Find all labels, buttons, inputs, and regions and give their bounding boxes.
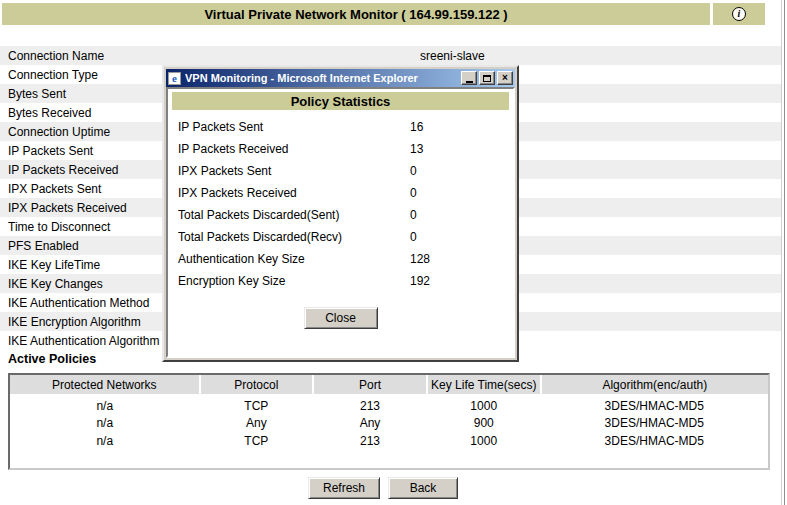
minimize-button[interactable] [461,71,477,85]
info-icon[interactable]: i [732,7,746,21]
table-column-header: Protocol [200,375,314,394]
stat-row: Total Packets Discarded(Recv)0 [168,226,513,248]
table-cell: 3DES/HMAC-MD5 [541,394,768,414]
table-cell: n/a [10,432,200,450]
table-cell: Any [200,414,314,432]
table-column-header: Algorithm(enc/auth) [541,375,768,394]
stat-label: Total Packets Discarded(Sent) [168,208,410,222]
close-button[interactable]: Close [304,307,378,329]
active-policies-table: Protected NetworksProtocolPortKey Life T… [10,375,768,450]
refresh-button[interactable]: Refresh [308,477,380,499]
maximize-icon [483,75,491,82]
maximize-button[interactable] [479,71,495,85]
table-cell: n/a [10,414,200,432]
table-cell: 213 [313,432,427,450]
ie-logo-icon: e [168,72,181,85]
connection-field-value: sreeni-slave [420,49,485,63]
stat-value: 16 [410,120,423,134]
stat-row: Authentication Key Size128 [168,248,513,270]
table-cell: TCP [200,394,314,414]
info-cell: i [713,3,765,25]
stat-value: 0 [410,164,417,178]
vpn-monitoring-dialog: e VPN Monitoring - Microsoft Internet Ex… [162,65,519,362]
table-cell: n/a [10,394,200,414]
table-cell: Any [313,414,427,432]
stat-label: IP Packets Sent [168,120,410,134]
stat-value: 0 [410,186,417,200]
stat-value: 192 [410,274,430,288]
table-cell: 1000 [427,394,541,414]
stat-value: 128 [410,252,430,266]
table-column-header: Protected Networks [10,375,200,394]
table-cell: 900 [427,414,541,432]
connection-field-label: Connection Name [0,49,420,63]
table-cell: 3DES/HMAC-MD5 [541,432,768,450]
active-policies-table-container: Protected NetworksProtocolPortKey Life T… [8,373,770,470]
policy-statistics-list: IP Packets Sent16IP Packets Received13IP… [168,116,513,292]
back-button[interactable]: Back [388,477,458,499]
table-cell: 3DES/HMAC-MD5 [541,414,768,432]
stat-label: IPX Packets Sent [168,164,410,178]
stat-row: IPX Packets Received0 [168,182,513,204]
table-row: n/aAnyAny9003DES/HMAC-MD5 [10,414,768,432]
page-title: Virtual Private Network Monitor ( 164.99… [2,3,710,25]
stat-label: IP Packets Received [168,142,410,156]
stat-row: IP Packets Received13 [168,138,513,160]
table-header-row: Protected NetworksProtocolPortKey Life T… [10,375,768,394]
minimize-icon [466,81,473,83]
stat-label: Encryption Key Size [168,274,410,288]
policy-statistics-heading: Policy Statistics [172,92,509,110]
stat-row: IP Packets Sent16 [168,116,513,138]
stat-row: Encryption Key Size192 [168,270,513,292]
table-cell: TCP [200,432,314,450]
stat-value: 13 [410,142,423,156]
stat-value: 0 [410,208,417,222]
dialog-titlebar[interactable]: e VPN Monitoring - Microsoft Internet Ex… [166,69,515,87]
table-row: n/aTCP21310003DES/HMAC-MD5 [10,394,768,414]
stat-value: 0 [410,230,417,244]
page-right-border [781,0,785,505]
stat-label: IPX Packets Received [168,186,410,200]
close-icon: × [502,73,508,83]
connection-field-row: Connection Namesreeni-slave [0,46,781,65]
dialog-title: VPN Monitoring - Microsoft Internet Expl… [185,72,459,84]
table-column-header: Key Life Time(secs) [427,375,541,394]
table-column-header: Port [313,375,427,394]
stat-row: Total Packets Discarded(Sent)0 [168,204,513,226]
dialog-content: Policy Statistics IP Packets Sent16IP Pa… [166,87,515,358]
table-cell: 213 [313,394,427,414]
table-row: n/aTCP21310003DES/HMAC-MD5 [10,432,768,450]
table-cell: 1000 [427,432,541,450]
active-policies-heading: Active Policies [8,352,96,366]
stat-row: IPX Packets Sent0 [168,160,513,182]
stat-label: Total Packets Discarded(Recv) [168,230,410,244]
close-window-button[interactable]: × [497,71,513,85]
stat-label: Authentication Key Size [168,252,410,266]
